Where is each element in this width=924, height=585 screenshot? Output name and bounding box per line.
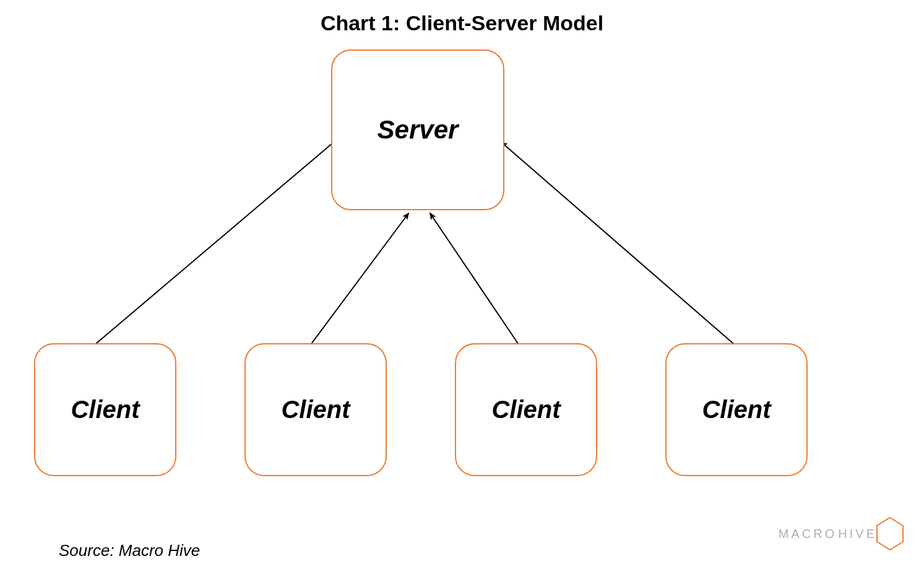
hexagon-icon — [874, 516, 905, 551]
svg-marker-4 — [877, 518, 903, 550]
svg-line-2 — [430, 213, 520, 346]
svg-line-1 — [309, 213, 408, 346]
client-label: Client — [702, 396, 771, 424]
macrohive-logo: MACROHIVE — [779, 516, 905, 551]
logo-text-macro: MACRO — [779, 527, 837, 541]
chart-title: Chart 1: Client-Server Model — [0, 11, 924, 35]
client-node-1: Client — [34, 343, 176, 476]
server-node: Server — [331, 49, 504, 210]
client-label: Client — [71, 396, 139, 424]
svg-line-0 — [93, 139, 337, 346]
client-label: Client — [281, 396, 350, 424]
client-node-3: Client — [455, 343, 597, 476]
svg-line-3 — [501, 142, 736, 346]
server-label: Server — [378, 115, 459, 145]
client-node-4: Client — [665, 343, 808, 476]
logo-text-hive: HIVE — [838, 527, 877, 541]
client-node-2: Client — [244, 343, 387, 476]
client-label: Client — [491, 396, 560, 424]
source-text: Source: Macro Hive — [59, 541, 200, 560]
